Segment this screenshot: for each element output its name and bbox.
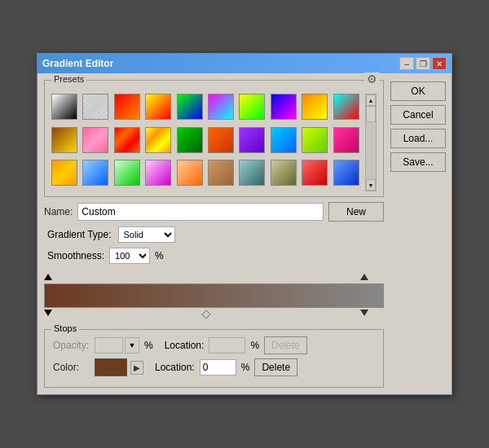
- opacity-location-unit: %: [250, 340, 259, 351]
- new-button[interactable]: New: [328, 202, 384, 222]
- smoothness-unit: %: [155, 250, 164, 261]
- top-stops-row: [44, 270, 384, 283]
- preset-swatch[interactable]: [177, 127, 203, 153]
- stop-triangle-left: [44, 310, 52, 316]
- preset-swatch[interactable]: [271, 94, 297, 120]
- preset-swatch[interactable]: [333, 94, 359, 120]
- color-location-input[interactable]: [200, 359, 236, 376]
- opacity-dropdown-arrow[interactable]: ▼: [125, 337, 139, 354]
- opacity-select-wrap: ▼: [95, 337, 139, 354]
- preset-swatch[interactable]: [333, 160, 359, 186]
- color-stop-left[interactable]: [44, 310, 52, 316]
- scroll-thumb[interactable]: [366, 106, 376, 122]
- scroll-track: [366, 106, 376, 179]
- preset-swatch[interactable]: [208, 127, 234, 153]
- minimize-button[interactable]: –: [399, 57, 414, 70]
- preset-swatch[interactable]: [145, 94, 171, 120]
- color-stops-row: Color: ▶ Location: % Delete: [53, 358, 375, 376]
- name-row: Name: New: [44, 202, 384, 222]
- preset-swatch[interactable]: [82, 127, 108, 153]
- color-delete-button[interactable]: Delete: [254, 358, 297, 376]
- gradient-type-row: Gradient Type: Solid Noise: [44, 226, 384, 243]
- preset-swatch[interactable]: [51, 94, 77, 120]
- stops-group-label: Stops: [51, 323, 79, 333]
- name-input[interactable]: [77, 203, 324, 221]
- preset-swatch[interactable]: [177, 94, 203, 120]
- smoothness-label: Smoothness:: [47, 250, 104, 261]
- color-label: Color:: [53, 362, 90, 373]
- gradient-editor-dialog: Gradient Editor – ❐ ✕ Presets ⚙ ▲: [37, 53, 452, 395]
- presets-group: Presets ⚙ ▲ ▼: [44, 80, 384, 197]
- gradient-bar[interactable]: [44, 283, 384, 308]
- preset-swatch[interactable]: [177, 160, 203, 186]
- opacity-location-input: [209, 337, 245, 354]
- opacity-stop-left[interactable]: [44, 274, 52, 283]
- scroll-up-button[interactable]: ▲: [366, 94, 376, 106]
- close-button[interactable]: ✕: [432, 57, 447, 70]
- preset-swatch[interactable]: [145, 127, 171, 153]
- preset-swatch[interactable]: [239, 127, 265, 153]
- presets-wrapper: ▲ ▼: [51, 94, 377, 191]
- opacity-value-input: [95, 337, 123, 354]
- preset-swatch[interactable]: [271, 160, 297, 186]
- preset-swatch[interactable]: [333, 127, 359, 153]
- preset-swatch[interactable]: [208, 94, 234, 120]
- color-location-unit: %: [241, 362, 250, 373]
- right-panel: OK Cancel Load... Save...: [384, 80, 445, 388]
- left-panel: Presets ⚙ ▲ ▼ Name:: [44, 80, 384, 388]
- presets-label: Presets: [51, 74, 86, 84]
- preset-swatch[interactable]: [114, 94, 140, 120]
- save-button[interactable]: Save...: [390, 152, 446, 172]
- title-bar: Gradient Editor – ❐ ✕: [37, 54, 452, 73]
- opacity-label: Opacity:: [53, 340, 90, 351]
- gear-icon[interactable]: ⚙: [364, 72, 380, 86]
- dialog-body: Presets ⚙ ▲ ▼ Name:: [37, 73, 452, 394]
- opacity-percent-label: %: [144, 340, 153, 351]
- opacity-stops-row: Opacity: ▼ % Location: % Delete: [53, 336, 375, 354]
- ok-button[interactable]: OK: [390, 81, 446, 101]
- title-bar-controls: – ❐ ✕: [399, 57, 447, 70]
- preset-swatch[interactable]: [302, 127, 328, 153]
- color-location-label: Location:: [155, 362, 195, 373]
- preset-swatch[interactable]: [271, 127, 297, 153]
- preset-swatch[interactable]: [82, 94, 108, 120]
- scroll-down-button[interactable]: ▼: [366, 179, 376, 191]
- preset-swatch[interactable]: [114, 160, 140, 186]
- midpoint-diamond[interactable]: [203, 311, 209, 318]
- preset-swatch[interactable]: [114, 127, 140, 153]
- preset-swatch[interactable]: [82, 160, 108, 186]
- color-stop-right[interactable]: [360, 310, 368, 316]
- preset-swatch[interactable]: [239, 94, 265, 120]
- color-swatch-container: ▶: [95, 358, 143, 376]
- bottom-stops-row: [44, 308, 384, 326]
- load-button[interactable]: Load...: [390, 129, 446, 148]
- gradient-preview-area: [44, 270, 384, 326]
- opacity-delete-button: Delete: [264, 336, 307, 354]
- presets-grid: [51, 94, 363, 191]
- color-swatch[interactable]: [95, 358, 127, 376]
- gradient-type-label: Gradient Type:: [47, 229, 112, 240]
- preset-swatch[interactable]: [302, 160, 328, 186]
- preset-swatch[interactable]: [302, 94, 328, 120]
- preset-swatch[interactable]: [208, 160, 234, 186]
- stops-group: Stops Opacity: ▼ % Location: % Delete: [44, 329, 384, 388]
- preset-swatch[interactable]: [51, 127, 77, 153]
- smoothness-select[interactable]: 100 75 50 25 0: [109, 248, 150, 264]
- cancel-button[interactable]: Cancel: [390, 105, 446, 125]
- gradient-type-select[interactable]: Solid Noise: [118, 226, 175, 243]
- stop-triangle-right: [360, 310, 368, 316]
- opacity-stop-right[interactable]: [360, 274, 368, 283]
- opacity-location-label: Location:: [165, 340, 205, 351]
- actual-gradient: [45, 284, 383, 307]
- preset-swatch[interactable]: [145, 160, 171, 186]
- presets-scrollbar[interactable]: ▲ ▼: [365, 94, 377, 191]
- preset-swatch[interactable]: [239, 160, 265, 186]
- smoothness-row: Smoothness: 100 75 50 25 0 %: [44, 248, 384, 264]
- name-label: Name:: [44, 206, 73, 217]
- maximize-button[interactable]: ❐: [416, 57, 430, 70]
- dialog-title: Gradient Editor: [42, 58, 113, 69]
- preset-swatch[interactable]: [51, 160, 77, 186]
- color-dropdown-arrow[interactable]: ▶: [130, 361, 143, 375]
